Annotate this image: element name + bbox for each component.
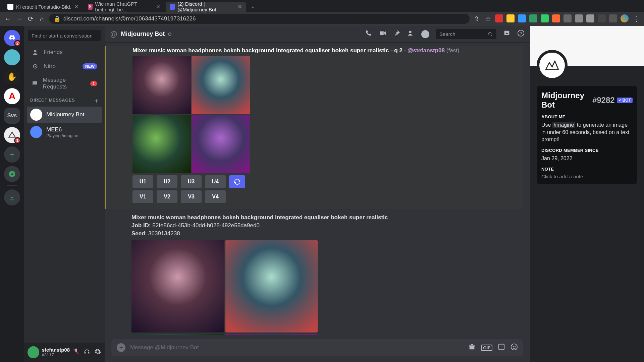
settings-icon[interactable] [94,348,101,357]
guild-item[interactable] [4,49,20,65]
url-input[interactable]: 🔒 discord.com/channels/@me/1063443749197… [49,14,470,24]
svg-rect-7 [499,344,504,350]
v4-button[interactable]: V4 [205,190,226,203]
pin-icon[interactable] [393,29,400,39]
download-button[interactable] [4,189,20,205]
variation-button-row: V1 V2 V3 V4 [132,190,523,203]
extension-icon[interactable] [552,14,560,22]
dm-sidebar: Find or start a conversation Friends Nit… [24,26,105,362]
user-mention[interactable]: @stefanstp08 [408,47,445,54]
guild-item[interactable]: ✋ [4,69,20,85]
gif-button[interactable]: GIF [481,345,492,351]
browser-tab-1[interactable]: S Wie man ChatGPT beibringt, be… ✕ [84,2,164,12]
sidepanel-icon[interactable] [609,14,617,22]
extension-icon[interactable] [506,14,515,22]
u3-button[interactable]: U3 [181,175,202,188]
headphones-icon[interactable] [83,348,91,357]
voice-call-icon[interactable] [365,29,372,39]
browser-tab-0[interactable]: KI erstellt Tonstudio-Bild. ✕ [3,2,83,12]
message-input[interactable]: + Message @Midjourney Bot GIF [111,339,523,356]
discord-home-button[interactable]: 2 [4,30,20,46]
close-icon[interactable]: ✕ [238,4,242,10]
extension-icon[interactable] [575,14,583,22]
guild-item[interactable]: 1 [4,127,20,143]
browser-tabstrip: KI erstellt Tonstudio-Bild. ✕ S Wie man … [0,0,644,12]
attach-button[interactable]: + [117,343,125,352]
job-id-line: Job ID: 52fe56cd-453b-40dd-b028-492e55da… [131,222,523,230]
generated-image[interactable] [132,56,191,114]
extension-icon[interactable] [586,14,594,22]
help-icon[interactable]: ? [517,29,525,39]
create-dm-button[interactable]: + [95,98,99,105]
search-conversation-input[interactable]: Find or start a conversation [28,30,101,41]
close-icon[interactable]: ✕ [74,4,78,10]
gift-icon[interactable] [468,343,476,352]
v3-button[interactable]: V3 [181,190,202,203]
close-icon[interactable]: ✕ [156,4,160,10]
sticker-icon[interactable] [498,343,505,352]
svg-line-4 [491,35,492,36]
menu-icon[interactable]: ⋮ [632,14,641,23]
new-tab-button[interactable]: + [248,2,258,12]
u2-button[interactable]: U2 [157,175,177,188]
extension-icon[interactable] [518,14,526,22]
self-discriminator: #3117 [42,353,70,357]
generated-image[interactable] [132,115,191,173]
seed-line: Seed: 3639134238 [131,230,523,238]
image-grid[interactable] [132,56,250,173]
self-username: stefanstp08 [42,347,70,353]
v2-button[interactable]: V2 [157,190,177,203]
generated-image[interactable] [131,240,224,333]
reroll-button[interactable] [229,175,245,188]
chat-area: @ Midjourney Bot Search ? Mi [105,26,530,362]
friends-tab[interactable]: Friends [27,46,102,59]
inbox-icon[interactable] [503,29,511,39]
dm-header: DIRECT MESSAGES + [24,94,105,106]
v1-button[interactable]: V1 [132,190,153,203]
search-input[interactable]: Search [436,29,496,39]
extension-icon[interactable] [495,14,503,22]
dm-item-midjourney[interactable]: Midjourney Bot [27,107,102,123]
u1-button[interactable]: U1 [132,175,153,188]
reload-button[interactable]: ⟳ [26,14,35,23]
add-server-button[interactable]: + [4,146,20,163]
extension-icon[interactable] [564,14,572,22]
forward-button[interactable]: → [15,14,23,23]
generated-image[interactable] [131,334,224,335]
message-requests-tab[interactable]: Message Requests 1 [27,74,102,93]
profile-avatar[interactable] [537,50,568,81]
mute-mic-icon[interactable] [72,348,80,357]
video-call-icon[interactable] [379,29,386,39]
tab-title: KI erstellt Tonstudio-Bild. [16,4,71,10]
note-input[interactable]: Click to add a note [541,174,633,179]
profile-icon[interactable] [421,30,429,38]
generated-image[interactable] [225,334,318,335]
profile-avatar[interactable] [621,14,629,22]
generated-image[interactable] [192,115,250,173]
browser-tab-2[interactable]: (2) Discord | @Midjourney Bot ✕ [166,2,246,12]
extension-icon[interactable] [529,14,537,22]
generated-image[interactable] [192,56,250,114]
extension-icon[interactable] [541,14,549,22]
image-grid-large[interactable] [131,240,318,335]
message-list[interactable]: Mixer music woman headphones bokeh backg… [105,43,530,335]
back-button[interactable]: ← [3,14,12,23]
request-count: 1 [90,81,97,86]
dm-item-mee6[interactable]: MEE6 Playing /imagine [27,124,102,140]
svg-text:?: ? [520,31,522,36]
emoji-icon[interactable] [511,343,518,352]
generated-image[interactable] [225,240,318,333]
guild-item[interactable]: A [4,88,20,104]
u4-button[interactable]: U4 [205,175,226,188]
explore-button[interactable] [4,166,20,182]
home-button[interactable]: ⌂ [38,14,46,23]
lock-icon: 🔒 [54,15,61,22]
svg-point-1 [35,66,36,67]
nitro-tab[interactable]: Nitro NEW [27,60,102,73]
share-icon[interactable]: ⇪ [472,14,481,23]
bookmark-icon[interactable]: ☆ [484,14,492,23]
add-friend-icon[interactable] [407,29,415,39]
puzzle-icon[interactable] [598,14,606,22]
guild-item[interactable]: Svs [4,108,20,124]
self-avatar[interactable] [28,346,39,358]
